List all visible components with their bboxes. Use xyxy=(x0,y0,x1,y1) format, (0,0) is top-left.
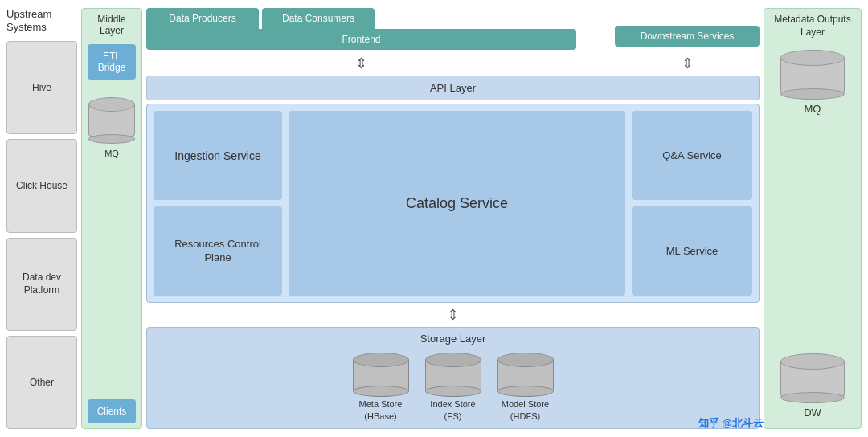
meta-store-label: Meta Store (HBase) xyxy=(359,398,403,422)
resources-control-box: Resources Control Plane xyxy=(154,206,282,296)
data-producers-box: Data Producers xyxy=(146,8,259,29)
storage-layer-label: Storage Layer xyxy=(154,333,752,345)
left-services: Ingestion Service Resources Control Plan… xyxy=(154,111,282,296)
mq-cyl-bottom xyxy=(88,134,135,144)
upstream-items: Hive Click House Data dev Platform Other xyxy=(6,41,77,429)
diagram: Upstream Systems Hive Click House Data d… xyxy=(0,0,868,437)
mq-middle-wrap: MQ xyxy=(88,94,135,158)
frontend-bar: Frontend xyxy=(146,29,576,50)
mq-middle-label: MQ xyxy=(104,149,119,158)
right-section: Metadata Outputs Layer MQ DW xyxy=(764,8,862,429)
middle-title: Middle Layer xyxy=(85,14,138,36)
ds-dw-wrap: DW xyxy=(780,353,845,419)
middle-section: Middle Layer ETL Bridge MQ Clients xyxy=(81,8,142,429)
index-store-cyl-bottom xyxy=(425,386,481,397)
watermark: 知乎 @北斗云 xyxy=(698,416,764,431)
meta-store-cyl-bottom xyxy=(353,386,409,397)
top-spacer xyxy=(579,45,612,51)
model-store-label: Model Store (HDFS) xyxy=(502,398,549,422)
storage-layer: Storage Layer Meta Store (HBase) xyxy=(146,327,760,429)
model-store-cylinder: Model Store (HDFS) xyxy=(497,353,554,422)
down-up-arrow-storage: ⇕ xyxy=(447,307,459,323)
catalog-service-box: Catalog Service xyxy=(289,111,625,296)
clients-box: Clients xyxy=(88,399,136,423)
down-up-arrow-1: ⇕ xyxy=(355,55,367,72)
ds-dw-label: DW xyxy=(804,406,821,419)
down-up-arrow-ds: ⇕ xyxy=(682,55,694,72)
index-store-cylinder: Index Store (ES) xyxy=(425,353,481,422)
services-area: Ingestion Service Resources Control Plan… xyxy=(146,104,760,303)
mq-cylinder-middle xyxy=(88,97,135,144)
mq-cyl-top xyxy=(88,97,135,112)
ds-mq-label: MQ xyxy=(805,103,821,115)
ds-mq-cylinder xyxy=(780,50,845,100)
ds-mq-wrap: MQ xyxy=(780,50,845,115)
right-services: Q&A Service ML Service xyxy=(632,111,752,296)
producers-consumers-row: Data Producers Data Consumers xyxy=(146,8,576,29)
metadata-layer-label: Metadata Outputs Layer xyxy=(769,14,856,39)
etl-bridge-box: ETL Bridge xyxy=(88,44,136,80)
model-store-cyl-bottom xyxy=(497,386,554,397)
upstream-section: Upstream Systems Hive Click House Data d… xyxy=(6,8,77,429)
frontend-area: Data Producers Data Consumers Frontend xyxy=(146,8,576,51)
arrows-row-1: ⇕ ⇕ xyxy=(146,55,760,72)
arrow-ds-right: ⇕ xyxy=(615,55,760,72)
index-store-cyl-wrap xyxy=(425,353,481,397)
ingestion-service-box: Ingestion Service xyxy=(154,111,282,200)
storage-cylinders: Meta Store (HBase) Index Store (ES) xyxy=(154,349,752,423)
downstream-services-box: Downstream Services xyxy=(615,26,760,47)
upstream-clickhouse: Click House xyxy=(6,139,77,232)
downstream-top-area: Downstream Services xyxy=(615,26,760,51)
api-layer: API Layer xyxy=(146,76,760,100)
ds-mq-cyl-bottom xyxy=(780,88,845,100)
top-bar-row: Data Producers Data Consumers Frontend D… xyxy=(146,8,760,51)
ds-dw-cylinder xyxy=(780,353,845,403)
data-consumers-box: Data Consumers xyxy=(262,8,375,29)
meta-store-cylinder: Meta Store (HBase) xyxy=(353,353,409,422)
qa-service-box: Q&A Service xyxy=(632,111,752,200)
index-store-label: Index Store (ES) xyxy=(430,398,475,422)
meta-store-cyl-wrap xyxy=(353,353,409,397)
upstream-datadev: Data dev Platform xyxy=(6,238,77,331)
center-section: Data Producers Data Consumers Frontend D… xyxy=(146,8,760,429)
arrow-to-storage: ⇕ xyxy=(146,306,760,324)
ds-dw-cyl-bottom xyxy=(780,392,845,403)
ml-service-box: ML Service xyxy=(632,206,752,296)
upstream-hive: Hive xyxy=(6,41,77,134)
ds-dw-cyl-top xyxy=(780,353,845,370)
arrow-frontend-api: ⇕ xyxy=(146,55,576,72)
upstream-title: Upstream Systems xyxy=(6,8,77,33)
model-store-cyl-wrap xyxy=(497,353,554,397)
upstream-other: Other xyxy=(6,336,77,429)
